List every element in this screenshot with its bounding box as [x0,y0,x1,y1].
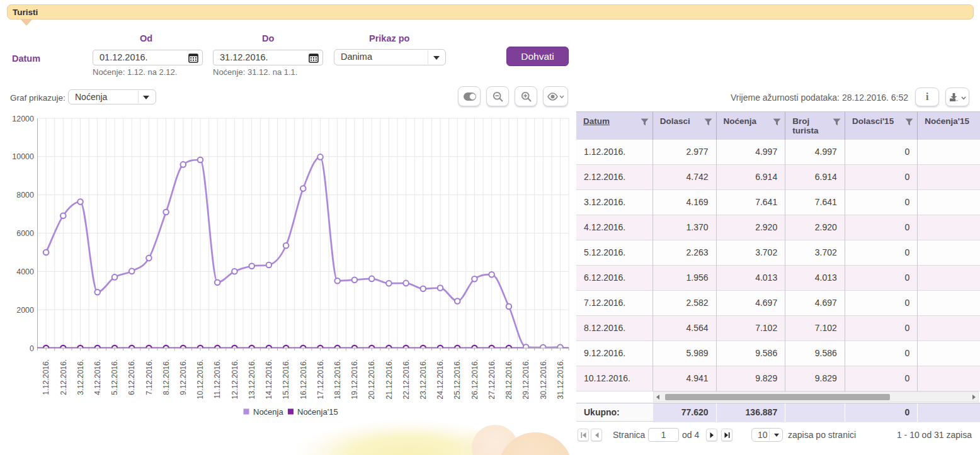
svg-text:22.12.2016.: 22.12.2016. [402,359,411,399]
svg-text:23.12.2016.: 23.12.2016. [419,359,428,399]
svg-text:1.12.2016.: 1.12.2016. [42,359,50,395]
svg-text:20.12.2016.: 20.12.2016. [367,359,376,399]
svg-text:7.12.2016.: 7.12.2016. [145,359,154,395]
svg-text:5.12.2016.: 5.12.2016. [110,359,119,395]
svg-text:19.12.2016.: 19.12.2016. [350,359,359,399]
svg-text:16.12.2016.: 16.12.2016. [299,359,308,399]
svg-text:25.12.2016.: 25.12.2016. [453,359,462,399]
svg-text:31.12.2016.: 31.12.2016. [556,359,565,399]
svg-text:15.12.2016.: 15.12.2016. [282,359,290,399]
svg-text:10.12.2016.: 10.12.2016. [196,359,205,399]
svg-text:2000: 2000 [16,306,34,315]
svg-text:14.12.2016.: 14.12.2016. [265,359,273,399]
svg-text:9.12.2016.: 9.12.2016. [179,359,188,395]
svg-text:21.12.2016.: 21.12.2016. [385,359,394,399]
svg-text:29.12.2016.: 29.12.2016. [521,359,530,399]
svg-text:18.12.2016.: 18.12.2016. [333,359,342,399]
svg-text:0: 0 [30,344,34,353]
svg-text:6000: 6000 [16,229,34,238]
svg-text:4.12.2016.: 4.12.2016. [93,359,102,395]
svg-text:12.12.2016.: 12.12.2016. [231,359,239,399]
svg-text:6.12.2016.: 6.12.2016. [127,359,136,395]
svg-text:4000: 4000 [16,267,34,276]
svg-text:24.12.2016.: 24.12.2016. [436,359,445,399]
svg-text:26.12.2016.: 26.12.2016. [470,359,479,399]
svg-text:10000: 10000 [12,152,34,161]
svg-text:12000: 12000 [12,115,34,123]
svg-text:17.12.2016.: 17.12.2016. [316,359,325,399]
svg-text:11.12.2016.: 11.12.2016. [213,359,222,399]
svg-text:30.12.2016.: 30.12.2016. [539,359,548,399]
svg-text:8000: 8000 [16,191,34,199]
svg-text:27.12.2016.: 27.12.2016. [487,359,496,399]
svg-text:3.12.2016.: 3.12.2016. [76,359,85,395]
svg-text:13.12.2016.: 13.12.2016. [248,359,256,399]
svg-text:2.12.2016.: 2.12.2016. [59,359,68,395]
svg-text:28.12.2016.: 28.12.2016. [504,359,513,399]
svg-text:Noćenja: Noćenja [253,407,283,417]
svg-text:8.12.2016.: 8.12.2016. [162,359,171,395]
svg-text:Noćenja'15: Noćenja'15 [297,407,338,417]
